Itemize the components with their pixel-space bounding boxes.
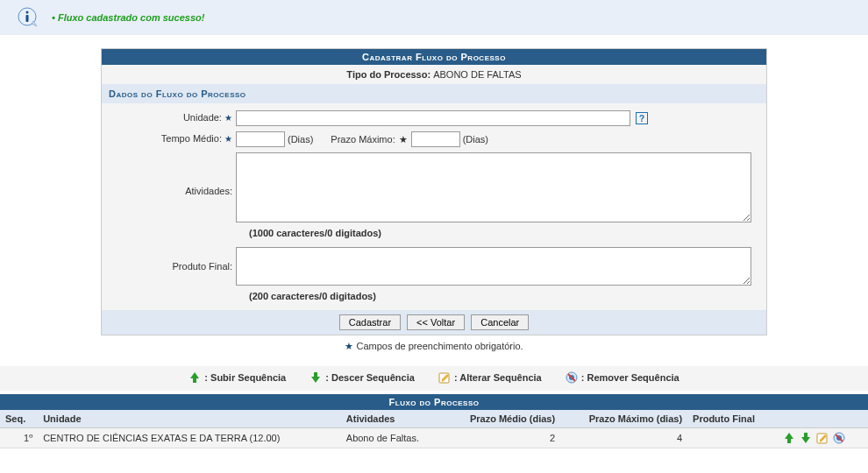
col-prazo-medio: Prazo Médio (dias) [443,410,560,428]
cell-prazo-maximo: 4 [560,428,687,448]
char-count-produto: (200 caracteres/0 digitados) [109,291,759,301]
tempo-medio-input[interactable] [236,131,285,147]
cadastrar-button[interactable]: Cadastrar [339,314,401,330]
section-header: Dados do Fluxo do Processo [102,84,766,103]
atividades-textarea[interactable] [236,152,751,222]
row-tempo: Tempo Médio: ★ (Dias) Prazo Máximo: ★ (D… [109,131,759,147]
tipo-value: ABONO DE FALTAS [433,69,521,80]
voltar-button[interactable]: << Voltar [407,314,465,330]
label-atividades: Atividades: [109,152,236,196]
action-alterar[interactable] [816,432,829,444]
data-table: Seq. Unidade Atividades Prazo Médio (dia… [0,410,868,448]
produto-final-textarea[interactable] [236,247,751,286]
success-notification: • Fluxo cadastrado com sucesso! [0,0,868,35]
col-atividades: Atividades [341,410,444,428]
form-title: Cadastrar Fluxo do Processo [102,49,766,65]
prazo-maximo-input[interactable] [411,131,460,147]
delete-icon [566,371,578,384]
required-star: ★ [224,113,232,123]
cell-actions [777,428,868,448]
required-star: ★ [399,134,408,145]
cell-atividades: Abono de Faltas. [341,428,444,448]
arrow-up-icon [189,371,201,384]
tipo-label: Tipo do Processo: [346,69,430,80]
cell-produto-final [687,428,777,448]
cell-unidade: CENTRO DE CIÊNCIAS EXATAS E DA TERRA (12… [38,428,341,448]
row-unidade: Unidade: ★ ? [109,110,759,126]
button-row: Cadastrar << Voltar Cancelar [102,310,766,335]
form-body: Unidade: ★ ? Tempo Médio: ★ (Dias) Prazo… [102,103,766,310]
action-remover[interactable] [833,432,845,444]
cell-prazo-medio: 2 [443,428,560,448]
action-subir[interactable] [783,432,795,444]
table-container: Fluxo do Processo Seq. Unidade Atividade… [0,394,868,448]
svg-point-1 [26,11,29,14]
col-actions [777,410,868,428]
required-note: ★ Campos de preenchimento obrigatório. [0,335,868,357]
edit-icon [438,371,451,384]
legend-remover: : Remover Sequência [566,371,679,384]
legend-alterar: : Alterar Sequência [438,371,542,384]
label-produto-final: Produto Final: [109,247,236,272]
unidade-input[interactable] [236,110,630,126]
label-tempo-medio: Tempo Médio: ★ [109,131,236,144]
dias-label: (Dias) [288,134,313,145]
col-seq: Seq. [0,410,38,428]
col-produto-final: Produto Final [687,410,777,428]
table-title: Fluxo do Processo [0,394,868,410]
col-unidade: Unidade [38,410,341,428]
legend-subir: : Subir Sequência [189,371,286,384]
cell-seq: 1º [0,428,38,448]
form-subheader: Tipo do Processo: ABONO DE FALTAS [102,65,766,84]
col-prazo-maximo: Prazo Máximo (dias) [560,410,687,428]
help-icon[interactable]: ? [636,112,648,124]
table-header-row: Seq. Unidade Atividades Prazo Médio (dia… [0,410,868,428]
row-produto-final: Produto Final: [109,247,759,286]
cancelar-button[interactable]: Cancelar [471,314,529,330]
label-unidade: Unidade: ★ [109,110,236,123]
action-descer[interactable] [800,432,812,444]
form-container: Cadastrar Fluxo do Processo Tipo do Proc… [101,48,767,335]
required-star: ★ [224,134,232,144]
arrow-down-icon [309,371,322,384]
label-prazo-maximo: Prazo Máximo: [331,134,395,145]
char-count-atividades: (1000 caracteres/0 digitados) [109,228,759,238]
success-message: • Fluxo cadastrado com sucesso! [52,12,204,23]
svg-rect-2 [26,15,29,22]
dias-label: (Dias) [463,134,488,145]
table-row: 1º CENTRO DE CIÊNCIAS EXATAS E DA TERRA … [0,428,868,448]
legend-descer: : Descer Sequência [309,371,415,384]
legend-bar: : Subir Sequência : Descer Sequência : A… [0,366,868,391]
info-icon [18,7,39,28]
row-atividades: Atividades: [109,152,759,222]
